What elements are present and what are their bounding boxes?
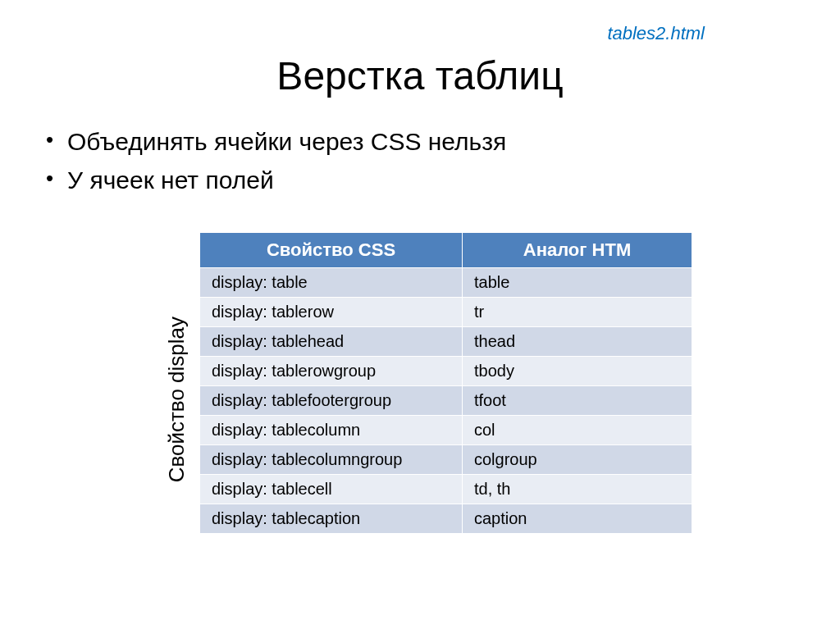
table-row: display: tablefootergroup tfoot	[200, 386, 692, 416]
table-header-row: Свойство CSS Аналог HTM	[200, 233, 692, 268]
table-header-css: Свойство CSS	[200, 233, 463, 268]
css-display-table: Свойство CSS Аналог HTM display: table t…	[199, 232, 692, 534]
table-cell: tfoot	[463, 386, 692, 416]
table-side-label: Свойство display	[164, 317, 189, 482]
table-cell: thead	[463, 327, 692, 357]
bullet-list: Объединять ячейки через CSS нельзя У яче…	[41, 123, 840, 199]
table-cell: tr	[463, 298, 692, 327]
list-item: Объединять ячейки через CSS нельзя	[41, 123, 840, 162]
table-cell: display: tablefootergroup	[200, 386, 463, 416]
file-link-label: tables2.html	[607, 23, 705, 44]
table-row: display: tablerowgroup tbody	[200, 357, 692, 386]
table-cell: col	[463, 416, 692, 445]
table-header-htm: Аналог HTM	[463, 233, 692, 268]
table-cell: colgroup	[463, 445, 692, 475]
table-cell: tbody	[463, 357, 692, 386]
page-title: Верстка таблиц	[0, 53, 840, 98]
table-cell: display: tablecolumngroup	[200, 445, 463, 475]
table-row: display: tablecolumngroup colgroup	[200, 445, 692, 475]
table-cell: display: tablecolumn	[200, 416, 463, 445]
table-cell: display: tablecell	[200, 475, 463, 504]
list-item: У ячеек нет полей	[41, 162, 840, 200]
table-row: display: tablecaption caption	[200, 504, 692, 534]
table-row: display: tablecolumn col	[200, 416, 692, 445]
table-cell: caption	[463, 504, 692, 534]
table-cell: table	[463, 268, 692, 298]
table-cell: display: table	[200, 268, 463, 298]
table-row: display: tablerow tr	[200, 298, 692, 327]
table-cell: display: tablehead	[200, 327, 463, 357]
table-row: display: tablecell td, th	[200, 475, 692, 504]
table-cell: display: tablerow	[200, 298, 463, 327]
table-cell: td, th	[463, 475, 692, 504]
table-cell: display: tablerowgroup	[200, 357, 463, 386]
table-row: display: tablehead thead	[200, 327, 692, 357]
table-row: display: table table	[200, 268, 692, 298]
table-container: Свойство display Свойство CSS Аналог HTM…	[164, 232, 692, 534]
table-cell: display: tablecaption	[200, 504, 463, 534]
